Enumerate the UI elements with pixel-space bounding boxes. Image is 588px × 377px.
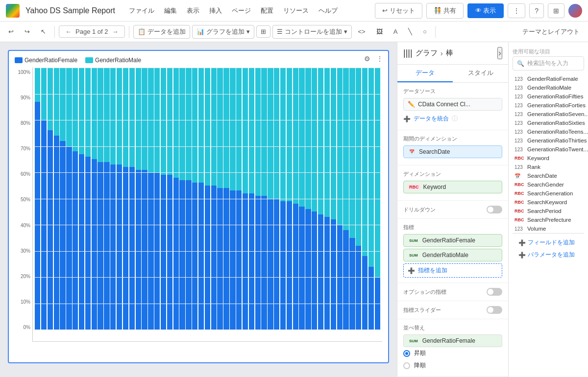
help-button[interactable]: ? [529, 3, 544, 18]
bar-group[interactable] [337, 68, 343, 330]
available-field-item[interactable]: RBCKeyword [513, 154, 584, 163]
bar-group[interactable] [318, 68, 323, 330]
menu-item-配置[interactable]: 配置 [257, 4, 277, 17]
bar-group[interactable] [312, 68, 317, 330]
chart-settings-icon[interactable]: ⚙ [362, 54, 372, 64]
optional-metrics-toggle[interactable] [487, 288, 502, 296]
bar-group[interactable] [35, 68, 40, 330]
available-field-item[interactable]: RBCSearchKeyword [513, 198, 584, 207]
available-field-item[interactable]: RBCSearchGender [513, 180, 584, 189]
bar-group[interactable] [48, 68, 53, 330]
prev-page-button[interactable]: ← [63, 28, 74, 35]
chart-more-icon[interactable]: ⋮ [374, 54, 385, 64]
menu-item-ファイル[interactable]: ファイル [125, 4, 158, 17]
menu-item-ヘルプ[interactable]: ヘルプ [315, 4, 342, 17]
bar-group[interactable] [217, 68, 222, 330]
add-metric-button[interactable]: ➕ 指標を追加 [403, 263, 502, 278]
bar-group[interactable] [305, 68, 311, 330]
available-field-item[interactable]: RBCSearchGeneration [513, 189, 584, 198]
bar-group[interactable] [274, 68, 279, 330]
bar-group[interactable] [261, 68, 267, 330]
metric-chip-female[interactable]: SUM GenderRatioFemale [403, 234, 502, 247]
bar-group[interactable] [142, 68, 147, 330]
date-dimension-chip[interactable]: 📅 SearchDate [403, 145, 502, 158]
bar-group[interactable] [148, 68, 153, 330]
tab-style[interactable]: スタイル [453, 65, 508, 82]
tab-data[interactable]: データ [397, 65, 453, 82]
menu-item-表示[interactable]: 表示 [183, 4, 203, 17]
bar-group[interactable] [324, 68, 330, 330]
bar-group[interactable] [368, 68, 374, 330]
shape-button[interactable]: ○ [418, 25, 431, 38]
share-button[interactable]: 🧑‍🤝‍🧑 共有 [426, 3, 464, 19]
bar-group[interactable] [299, 68, 304, 330]
bar-group[interactable] [236, 68, 242, 330]
bar-group[interactable] [129, 68, 135, 330]
bar-group[interactable] [110, 68, 116, 330]
bar-group[interactable] [79, 68, 84, 330]
user-avatar[interactable] [568, 4, 582, 18]
select-tool[interactable]: ↖ [36, 25, 50, 38]
bar-group[interactable] [230, 68, 235, 330]
sort-field-chip[interactable]: SUM GenderRatioFemale [403, 334, 502, 347]
bar-group[interactable] [123, 68, 128, 330]
redo-button[interactable]: ↪ [20, 25, 34, 38]
reset-button[interactable]: ↩ リセット [375, 3, 422, 19]
panel-collapse-button[interactable]: › [497, 47, 502, 59]
more-options-button[interactable]: ⋮ [508, 3, 525, 18]
available-field-item[interactable]: 123GenerationRatioTeens... [513, 127, 584, 136]
bar-group[interactable] [331, 68, 336, 330]
menu-item-編集[interactable]: 編集 [160, 4, 181, 17]
add-data-button[interactable]: 📋 データを追加 [133, 25, 190, 39]
line-button[interactable]: ╲ [404, 25, 416, 38]
add-chart-button[interactable]: 📊 グラフを追加 ▾ [192, 25, 254, 39]
available-field-item[interactable]: 123Rank [513, 163, 584, 171]
bar-group[interactable] [161, 68, 166, 330]
add-controls-button[interactable]: ☰ コントロールを追加 ▾ [272, 25, 352, 39]
bar-group[interactable] [167, 68, 172, 330]
bar-group[interactable] [280, 68, 286, 330]
image-button[interactable]: 🖼 [372, 25, 387, 38]
view-button[interactable]: 👁 表示 [467, 3, 504, 18]
bar-group[interactable] [192, 68, 197, 330]
available-field-item[interactable]: 123GenerationRatioTwent... [513, 145, 584, 154]
available-field-item[interactable]: 123GenerationRatioForties [513, 101, 584, 110]
bar-group[interactable] [243, 68, 248, 330]
bar-group[interactable] [117, 68, 122, 330]
code-button[interactable]: <> [354, 25, 370, 38]
metric-slider-toggle[interactable] [487, 306, 502, 314]
bar-group[interactable] [343, 68, 348, 330]
bar-group[interactable] [186, 68, 191, 330]
integrate-data-link[interactable]: ➕ データを統合 ⓘ [403, 113, 502, 125]
bar-group[interactable] [356, 68, 361, 330]
chart-widget[interactable]: ⚙ ⋮ GenderRatioFemaleGenderRatioMale 100… [8, 50, 389, 363]
canvas-area[interactable]: ⚙ ⋮ GenderRatioFemaleGenderRatioMale 100… [0, 42, 397, 377]
menu-item-挿入[interactable]: 挿入 [205, 4, 226, 17]
sort-asc-option[interactable]: 昇順 [403, 347, 502, 359]
bar-group[interactable] [349, 68, 355, 330]
bar-group[interactable] [198, 68, 204, 330]
available-field-item[interactable]: 123GenderRatioMale [513, 83, 584, 92]
next-page-button[interactable]: → [110, 28, 121, 35]
bar-group[interactable] [179, 68, 185, 330]
available-field-item[interactable]: RBCSearchPrefecture [513, 215, 584, 224]
add-field-link[interactable]: ➕ フィールドを追加 [518, 238, 575, 247]
bar-group[interactable] [249, 68, 254, 330]
sort-desc-option[interactable]: 降順 [403, 359, 502, 372]
bar-group[interactable] [255, 68, 261, 330]
bar-group[interactable] [287, 68, 292, 330]
menu-item-ページ[interactable]: ページ [228, 4, 255, 17]
bar-group[interactable] [362, 68, 368, 330]
menu-item-リソース[interactable]: リソース [279, 4, 313, 17]
bar-group[interactable] [98, 68, 103, 330]
bar-group[interactable] [223, 68, 229, 330]
available-field-item[interactable]: 123GenerationRatioThirties [513, 136, 584, 145]
available-field-item[interactable]: 123GenerationRatioSeven... [513, 110, 584, 118]
bar-group[interactable] [104, 68, 109, 330]
add-parameter-link[interactable]: ➕ パラメータを追加 [518, 251, 575, 259]
bar-group[interactable] [375, 68, 380, 330]
available-field-item[interactable]: 123GenderRatioFemale [513, 74, 584, 83]
available-field-item[interactable]: 📅SearchDate [513, 171, 584, 180]
bar-group[interactable] [85, 68, 91, 330]
available-field-item[interactable]: 123GenerationRatioSixties [513, 118, 584, 127]
